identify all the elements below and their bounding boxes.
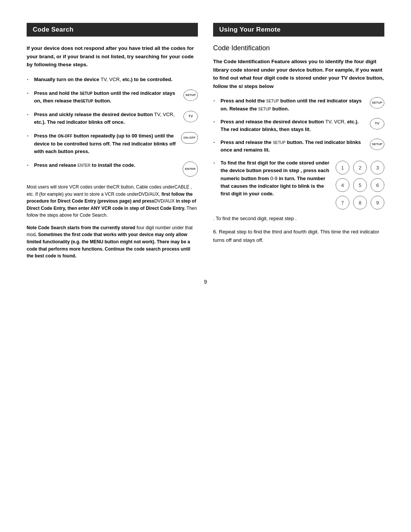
left-step-1: · Manually turn on the device TV, VCR, e…: [27, 76, 198, 83]
step-2-text: Press and hold the SETUP button until th…: [34, 89, 180, 105]
left-step-3: · Press and uickly release the desired d…: [27, 111, 198, 126]
find-digit-text: To find the first digit for the code sto…: [221, 159, 332, 198]
left-step-4: · Press the ON-OFF button repeatedly (up…: [27, 132, 198, 155]
bullet-4: ·: [27, 131, 29, 139]
bullet-5: ·: [27, 161, 29, 168]
r-bullet-4: ·: [213, 158, 215, 166]
left-intro: If your device does not respond after yo…: [27, 44, 198, 69]
right-step-3: · Press and release the SETUP button. Th…: [213, 139, 384, 154]
num-btn-6: 6: [371, 178, 384, 192]
right-step-2-text: Press and release the desired device but…: [221, 118, 366, 133]
left-column: Code Search If your device does not resp…: [27, 23, 198, 260]
step-3-text: Press and uickly release the desired dev…: [34, 111, 180, 126]
bullet-3: ·: [27, 110, 29, 118]
left-step-2: · Press and hold the SETUP button until …: [27, 89, 198, 105]
r-bullet-2: ·: [213, 117, 215, 125]
setup-button-icon-r1: SETUP: [370, 97, 384, 109]
numeric-buttons: 1 2 3 4 5 6 7 8 9: [336, 161, 384, 209]
step-6-label: 6.: [213, 229, 217, 235]
right-section-header: Using Your Remote: [213, 23, 384, 37]
left-section-header: Code Search: [27, 23, 198, 37]
num-btn-2: 2: [353, 161, 367, 174]
onoff-button-icon: ON-OFF: [181, 132, 198, 144]
setup-button-icon-r3: SETUP: [370, 139, 384, 150]
right-column: Using Your Remote Code Identification Th…: [213, 23, 384, 260]
bullet-2: ·: [27, 89, 29, 96]
enter-button-icon: ENTER: [183, 161, 198, 177]
num-btn-9: 9: [371, 196, 384, 209]
page-number: 9: [27, 279, 384, 285]
num-btn-5: 5: [353, 178, 367, 192]
setup-button-icon-1: SETUP: [183, 89, 198, 101]
left-step-5: · Press and release ENTER to install the…: [27, 161, 198, 177]
right-step-2: · Press and release the desired device b…: [213, 118, 384, 133]
step-6-bold2: digit.: [308, 229, 319, 235]
tv-button-icon-1: TV: [183, 111, 198, 122]
step-5-text: Press and release ENTER to install the c…: [34, 161, 179, 169]
left-note-1: Most users will store VCR codes under th…: [27, 184, 198, 219]
page-layout: Code Search If your device does not resp…: [27, 23, 384, 260]
numeric-row-3: 7 8 9: [336, 196, 384, 209]
step-6-normal: and fourth: [282, 229, 308, 235]
step-1-text: Manually turn on the device TV, VCR, etc…: [34, 76, 198, 83]
num-btn-8: 8: [353, 196, 367, 209]
second-digit-step: . To find the second digit, repeat step …: [213, 215, 384, 222]
numeric-row-2: 4 5 6: [336, 178, 384, 192]
step-6: 6. Repeat step to find the third and fou…: [213, 228, 384, 244]
right-step-1-text: Press and hold the SETUP button until th…: [221, 97, 366, 112]
right-step-3-text: Press and release the SETUP button. The …: [221, 139, 366, 154]
right-step-1: · Press and hold the SETUP button until …: [213, 97, 384, 112]
left-note-2: Note Code Search starts from the current…: [27, 224, 198, 260]
bullet-1: ·: [27, 75, 29, 83]
tv-button-icon-r2: TV: [370, 118, 384, 129]
numeric-row-1: 1 2 3: [336, 161, 384, 174]
step-4-text: Press the ON-OFF button repeatedly (up t…: [34, 132, 177, 155]
r-bullet-3: ·: [213, 138, 215, 145]
r-bullet-1: ·: [213, 96, 215, 104]
num-btn-4: 4: [336, 178, 349, 192]
num-btn-1: 1: [336, 161, 349, 174]
num-btn-7: 7: [336, 196, 349, 209]
find-digit-step: · To find the first digit for the code s…: [213, 159, 384, 209]
right-intro: The Code Identification Feature allows y…: [213, 58, 384, 90]
num-btn-3: 3: [371, 161, 384, 174]
code-identification-title: Code Identification: [213, 44, 384, 52]
step-6-bold: Repeat step to find the third: [219, 229, 282, 235]
